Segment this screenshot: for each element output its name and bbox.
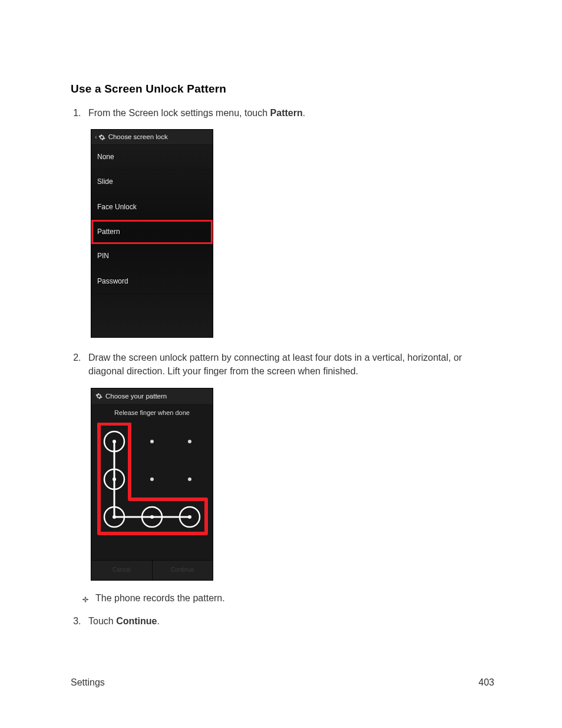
screenshot2-footer: Cancel Continue <box>91 560 213 580</box>
svg-point-5 <box>113 440 116 443</box>
pattern-cancel-button[interactable]: Cancel <box>91 561 153 580</box>
lock-option-face-unlock[interactable]: Face Unlock <box>91 195 213 220</box>
result-note-text: The phone records the pattern. <box>95 591 225 605</box>
screenshot1-header: ‹ Choose screen lock <box>91 130 213 145</box>
lock-option-none[interactable]: None <box>91 145 213 170</box>
screenshot1-empty-area <box>91 294 213 337</box>
step-2: Draw the screen unlock pattern by connec… <box>84 351 494 605</box>
pattern-continue-button[interactable]: Continue <box>153 561 213 580</box>
svg-marker-13 <box>85 599 89 601</box>
footer-page-number: 403 <box>478 677 494 688</box>
svg-marker-10 <box>85 597 87 600</box>
lock-option-password[interactable]: Password <box>91 269 213 294</box>
svg-point-9 <box>188 515 191 519</box>
pattern-dot <box>150 477 154 481</box>
pattern-dot <box>188 477 191 481</box>
lock-option-pattern[interactable]: Pattern <box>91 220 213 244</box>
step-3-text-suffix: . <box>157 616 159 626</box>
screenshot-choose-your-pattern: Choose your pattern Release finger when … <box>91 388 213 581</box>
manual-page: Use a Screen Unlock Pattern From the Scr… <box>0 0 562 728</box>
section-title: Use a Screen Unlock Pattern <box>71 83 494 95</box>
lock-option-slide[interactable]: Slide <box>91 170 213 195</box>
svg-point-7 <box>113 515 116 519</box>
pattern-dot <box>150 440 154 443</box>
screenshot2-header: Choose your pattern <box>91 388 213 404</box>
pattern-dot <box>188 440 191 443</box>
svg-marker-12 <box>82 599 85 601</box>
diamond-bullet-icon <box>81 594 90 602</box>
step-list: From the Screen lock settings menu, touc… <box>71 106 494 628</box>
svg-marker-11 <box>85 599 87 603</box>
page-footer: Settings 403 <box>71 677 494 688</box>
lock-option-pin[interactable]: PIN <box>91 244 213 269</box>
screenshot2-header-text: Choose your pattern <box>105 391 167 401</box>
step-3-text-bold: Continue <box>116 616 157 626</box>
svg-point-8 <box>150 515 154 519</box>
footer-section: Settings <box>71 677 105 688</box>
step-3: Touch Continue. <box>84 614 494 628</box>
screenshot2-instruction: Release finger when done <box>91 404 213 423</box>
svg-point-6 <box>113 477 116 481</box>
pattern-draw-area[interactable] <box>94 423 210 541</box>
gear-icon <box>95 393 103 400</box>
step-1: From the Screen lock settings menu, touc… <box>84 106 494 338</box>
step-1-text-prefix: From the Screen lock settings menu, touc… <box>88 108 270 118</box>
screenshot-choose-screen-lock: ‹ Choose screen lock None Slide Face Unl… <box>91 129 213 338</box>
step-3-text-prefix: Touch <box>88 616 116 626</box>
step-1-text-bold: Pattern <box>270 108 303 118</box>
result-note: The phone records the pattern. <box>81 591 494 605</box>
step-1-text-suffix: . <box>303 108 305 118</box>
lock-options-list: None Slide Face Unlock Pattern PIN Passw… <box>91 145 213 294</box>
back-chevron-icon: ‹ <box>95 133 97 142</box>
gear-icon <box>98 134 105 141</box>
step-2-text: Draw the screen unlock pattern by connec… <box>88 353 462 376</box>
pattern-svg <box>94 423 210 541</box>
screenshot1-header-text: Choose screen lock <box>108 132 168 142</box>
